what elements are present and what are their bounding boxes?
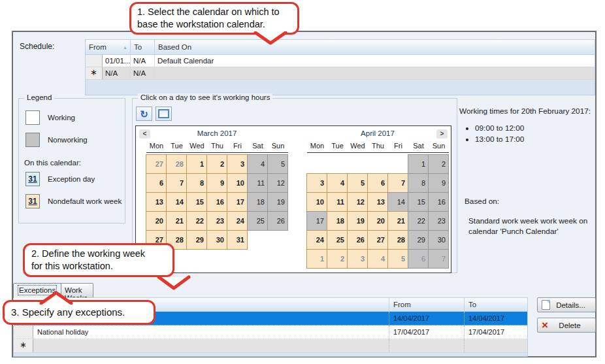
calendar-day[interactable]: 1 <box>186 154 207 174</box>
calendar-day[interactable]: 5 <box>267 154 288 174</box>
calendar-day[interactable]: 24 <box>227 211 248 231</box>
calendar-day[interactable]: 7 <box>428 249 449 269</box>
calendar-day[interactable]: 13 <box>367 192 388 212</box>
calendar-day[interactable]: 21 <box>166 211 187 231</box>
calendar-day[interactable]: 19 <box>347 211 368 231</box>
exception-row[interactable]: ∗ <box>13 339 528 353</box>
month-view-button[interactable] <box>155 107 172 121</box>
schedule-cell-based-on[interactable] <box>155 67 595 79</box>
delete-button[interactable]: × Delete <box>537 318 596 333</box>
calendar-day[interactable]: 30 <box>206 230 227 250</box>
schedule-cell-from[interactable]: 01/01... <box>103 55 131 67</box>
calendar-day[interactable]: 4 <box>367 249 388 269</box>
row-selector[interactable]: ∗ <box>86 67 103 79</box>
calendar-day[interactable]: 30 <box>428 230 449 250</box>
calendar-day[interactable]: 28 <box>166 154 187 174</box>
calendar-day[interactable]: 2 <box>327 249 348 269</box>
calendar-day[interactable]: 17 <box>306 211 327 231</box>
calendar-day[interactable]: 8 <box>408 173 429 193</box>
calendar-day[interactable]: 24 <box>306 230 327 250</box>
calendar-day[interactable]: 4 <box>327 173 348 193</box>
calendar-day[interactable]: 26 <box>347 230 368 250</box>
calendar-day[interactable]: 1 <box>306 249 327 269</box>
calendar-day[interactable]: 21 <box>387 211 408 231</box>
calendar-day[interactable]: 16 <box>428 192 449 212</box>
exception-name[interactable] <box>33 339 389 352</box>
calendar-day[interactable]: 22 <box>408 211 429 231</box>
working-label: Working <box>48 114 75 122</box>
calendar-day[interactable]: 6 <box>367 173 388 193</box>
calendar-day[interactable]: 3 <box>347 249 368 269</box>
schedule-column-to[interactable]: To <box>131 40 155 54</box>
calendar-day[interactable]: 14 <box>166 192 187 212</box>
calendar-day[interactable]: 26 <box>267 211 288 231</box>
calendar-day[interactable]: 8 <box>186 173 207 193</box>
schedule-row[interactable]: ∗N/AN/A <box>85 67 595 80</box>
calendar-day[interactable]: 7 <box>166 173 187 193</box>
calendar-day[interactable]: 3 <box>227 154 248 174</box>
calendar-day[interactable]: 2 <box>428 154 449 174</box>
calendar-day[interactable]: 3 <box>306 173 327 193</box>
calendar-day[interactable]: 18 <box>247 192 268 212</box>
refresh-button[interactable]: ↻ <box>136 107 152 121</box>
calendar-day[interactable]: 2 <box>206 154 227 174</box>
exception-to[interactable]: 17/04/2017 <box>465 325 527 339</box>
calendar-day[interactable]: 15 <box>186 192 207 212</box>
calendar-day[interactable]: 27 <box>146 154 167 174</box>
calendar-day[interactable]: 10 <box>227 173 248 193</box>
calendar-day[interactable]: 20 <box>146 211 167 231</box>
calendar-day[interactable]: 15 <box>408 192 429 212</box>
calendar-day[interactable]: 5 <box>387 249 408 269</box>
calendar-day[interactable]: 7 <box>387 173 408 193</box>
schedule-column-based-on[interactable]: Based On <box>155 40 595 54</box>
calendar-day[interactable]: 12 <box>347 192 368 212</box>
calendar-day[interactable]: 17 <box>227 192 248 212</box>
calendar-day[interactable]: 18 <box>327 211 348 231</box>
calendar-day[interactable]: 23 <box>428 211 449 231</box>
exception-to[interactable] <box>465 339 527 352</box>
schedule-column-from[interactable]: From ▲ <box>86 40 131 54</box>
calendar-day[interactable]: 6 <box>408 249 429 269</box>
calendar-day[interactable]: 28 <box>387 230 408 250</box>
calendar-day[interactable]: 1 <box>408 154 429 174</box>
calendar-day[interactable]: 9 <box>428 173 449 193</box>
schedule-cell-to[interactable]: N/A <box>131 67 155 79</box>
row-selector[interactable] <box>86 55 103 67</box>
schedule-cell-to[interactable]: N/A <box>131 55 155 67</box>
row-selector[interactable] <box>14 325 33 339</box>
calendar-day[interactable]: 14 <box>387 192 408 212</box>
calendar-day[interactable]: 13 <box>146 192 167 212</box>
calendar-day[interactable]: 12 <box>267 173 288 193</box>
schedule-cell-from[interactable]: N/A <box>103 67 131 79</box>
calendar-day[interactable]: 22 <box>186 211 207 231</box>
exception-from[interactable] <box>389 339 465 352</box>
calendar-day[interactable]: 23 <box>206 211 227 231</box>
calendar-day[interactable]: 19 <box>267 192 288 212</box>
details-button[interactable]: Details... <box>537 297 596 312</box>
calendar-day[interactable]: 29 <box>408 230 429 250</box>
calendar-day[interactable]: 27 <box>367 230 388 250</box>
calendar-day[interactable]: 11 <box>327 192 348 212</box>
exception-row[interactable]: National holiday17/04/201717/04/2017 <box>13 325 528 339</box>
exception-to[interactable]: 14/04/2017 <box>465 312 527 325</box>
exceptions-column-to[interactable]: To <box>465 298 527 311</box>
calendar-day[interactable]: 16 <box>206 192 227 212</box>
calendar-day[interactable]: 10 <box>306 192 327 212</box>
exception-name[interactable]: National holiday <box>33 325 389 339</box>
calendar-day[interactable]: 20 <box>367 211 388 231</box>
calendar-day[interactable]: 5 <box>347 173 368 193</box>
calendar-day[interactable]: 29 <box>186 230 207 250</box>
calendar-day[interactable]: 25 <box>247 211 268 231</box>
schedule-row[interactable]: 01/01...N/ADefault Calendar <box>85 55 595 67</box>
calendar-day[interactable]: 11 <box>247 173 268 193</box>
row-selector[interactable]: ∗ <box>14 339 33 352</box>
calendar-day[interactable]: 9 <box>206 173 227 193</box>
calendar-day[interactable]: 4 <box>247 154 268 174</box>
calendar-day[interactable]: 6 <box>146 173 167 193</box>
exceptions-column-from[interactable]: From <box>389 298 465 311</box>
schedule-cell-based-on[interactable]: Default Calendar <box>155 55 595 67</box>
exception-from[interactable]: 17/04/2017 <box>389 325 465 339</box>
calendar-day[interactable]: 25 <box>327 230 348 250</box>
calendar-day[interactable]: 31 <box>227 230 248 250</box>
exception-from[interactable]: 14/04/2017 <box>389 312 465 325</box>
